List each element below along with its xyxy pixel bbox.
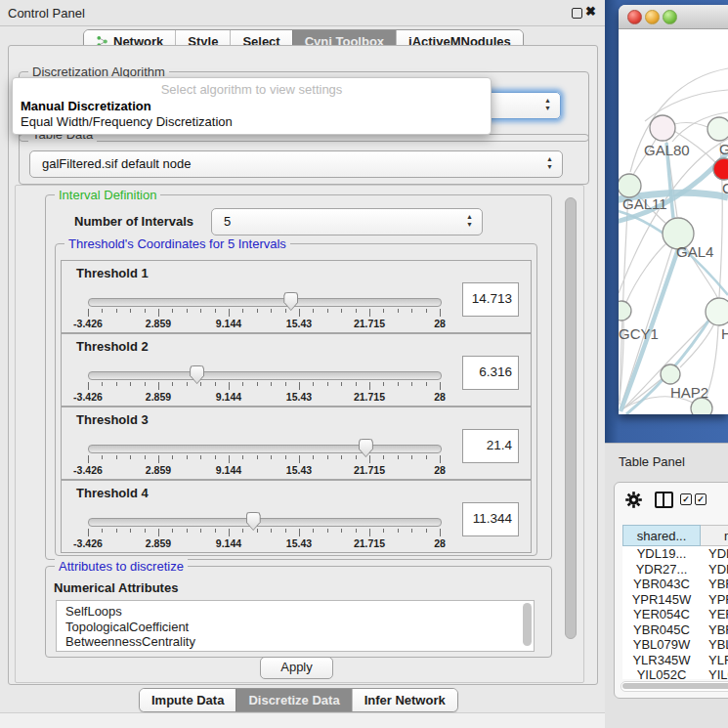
threshold-label: Threshold 2 [76,339,149,354]
tick-label: 28 [434,318,446,329]
threshold-value-field[interactable]: 21.4 [462,429,519,463]
attribute-item[interactable]: TopologicalCoefficient [57,620,534,635]
network-node[interactable] [619,301,631,321]
network-node[interactable] [661,364,680,384]
tick-label: 2.859 [146,464,171,476]
group-title: Threshold's Coordinates for 5 Intervals [64,236,290,251]
zoom-traffic-light[interactable] [663,10,677,24]
float-window-icon[interactable] [572,8,582,19]
threshold-value-field[interactable]: 14.713 [462,282,519,317]
tick-label: -3.426 [73,464,103,476]
threshold-label: Threshold 4 [76,486,149,500]
threshold-slider[interactable]: -3.4262.8599.14415.4321.71528 [88,367,440,403]
horizontal-scrollbar[interactable] [621,681,728,692]
slider-track[interactable] [88,518,442,527]
panel-scrollbar[interactable] [565,193,576,676]
cell-shared-name: YBR043C [622,577,701,591]
table-row[interactable]: YBR043CYBR0 [622,577,728,592]
bottom-tab-bar: Impute DataDiscretize DataInfer Network [139,688,458,712]
node-label: HAP2 [670,384,708,401]
threshold-slider[interactable]: -3.4262.8599.14415.4321.71528 [88,514,440,549]
close-traffic-light[interactable] [627,10,642,24]
threshold-slider[interactable]: -3.4262.8599.14415.4321.71528 [88,441,440,476]
threshold-value-field[interactable]: 11.344 [462,502,519,536]
close-icon[interactable]: ✖ [585,4,596,19]
threshold-row-1: Threshold 1-3.4262.8599.14415.4321.71528… [61,260,532,333]
threshold-row-2: Threshold 2-3.4262.8599.14415.4321.71528… [61,333,532,407]
network-window-titlebar[interactable] [619,5,728,29]
group-title: Attributes to discretize [55,559,188,574]
slider-tick-labels: -3.4262.8599.14415.4321.71528 [88,537,440,549]
threshold-slider[interactable]: -3.4262.8599.14415.4321.71528 [88,294,440,329]
node-label: H [721,325,728,342]
checkbox-checked-icon[interactable]: ✓ [680,493,692,505]
application-window: Control Panel ✖ NetworkStyleSelectCyni T… [0,0,728,728]
slider-track[interactable] [88,371,442,380]
slider-track[interactable] [88,445,442,453]
table-data-selected-value: galFiltered.sif default node [42,156,191,171]
network-canvas[interactable]: GAL80GACGAL11GAL4GCY1HHAP2 [619,28,728,414]
scrollbar-thumb[interactable] [622,683,728,689]
network-view-window: GAL80GACGAL11GAL4GCY1HHAP2 [619,5,728,414]
checkbox-checked-icon[interactable]: ✓ [695,493,707,505]
stepper-arrows-icon: ▲▼ [544,97,551,112]
table-row[interactable]: YPR145WYPR1 [622,592,728,608]
scrollbar-thumb[interactable] [565,197,577,639]
tick-label: 2.859 [146,537,171,549]
table-row[interactable]: YLR345WYLR3 [622,653,728,668]
tick-label: 9.144 [216,318,241,329]
network-node[interactable] [707,117,728,141]
column-header-name[interactable]: n [701,525,728,546]
network-node[interactable] [619,174,641,197]
apply-button[interactable]: Apply [260,657,333,679]
cell-shared-name: YER054C [622,607,701,621]
table-data-select[interactable]: galFiltered.sif default node ▲▼ [29,150,563,178]
network-node[interactable] [713,158,728,180]
settings-gear-icon[interactable] [625,492,642,508]
table-row[interactable]: YIL052CYIL0 [622,667,728,679]
node-label: GA [719,141,728,157]
attribute-item[interactable]: BetweennessCentrality [57,634,534,650]
popup-option-equal-width-frequency[interactable]: Equal Width/Frequency Discretization [21,114,233,129]
table-row[interactable]: YBL079WYBL0 [622,637,728,653]
threshold-value-field[interactable]: 6.316 [462,356,519,390]
cell-name: YDL1 [708,546,728,561]
minimize-traffic-light[interactable] [645,10,660,24]
number-of-intervals-select[interactable]: 5 ▲▼ [211,208,483,236]
stepper-arrows-icon: ▲▼ [546,155,553,171]
slider-thumb-face [360,440,372,456]
popup-option-manual-discretization[interactable]: Manual Discretization [21,99,151,113]
slider-thumb-face [247,513,260,530]
attribute-item[interactable]: SelfLoops [57,601,534,620]
network-node[interactable] [706,298,728,325]
network-node[interactable] [650,115,675,141]
list-scrollbar[interactable] [523,603,532,646]
table-row[interactable]: YBR045CYBR0 [622,622,728,638]
split-panel-icon[interactable] [655,492,673,508]
cell-shared-name: YPR145W [622,592,701,607]
tab-infer-network[interactable]: Infer Network [352,689,457,711]
cell-name: YER0 [708,607,728,621]
intervals-value: 5 [224,214,231,229]
panel-title: Control Panel [8,6,85,21]
tab-impute-data[interactable]: Impute Data [140,689,236,711]
tick-label: -3.426 [73,318,103,329]
tick-label: 28 [434,391,446,403]
table-row[interactable]: YDR27...YDR2 [622,562,728,578]
cell-name: YIL0 [708,667,728,679]
threshold-row-3: Threshold 3-3.4262.8599.14415.4321.71528… [61,407,532,480]
node-label: GAL4 [676,243,713,260]
slider-thumb-face [191,366,203,383]
tick-label: 21.715 [354,391,385,403]
stepper-arrows-icon: ▲▼ [466,213,473,229]
table-row[interactable]: YER054CYER0 [622,607,728,622]
tab-discretize-data[interactable]: Discretize Data [236,689,351,711]
tick-label: 9.144 [216,537,241,549]
column-header-shared-name[interactable]: shared... [622,525,701,546]
slider-track[interactable] [88,298,442,307]
table-row[interactable]: YDL19...YDL1 [622,546,728,562]
tick-label: 21.715 [354,464,385,476]
control-panel-titlebar: Control Panel ✖ [0,0,605,26]
tab-label: Discretize Data [248,693,339,707]
numerical-attributes-list[interactable]: SelfLoopsTopologicalCoefficientBetweenne… [56,600,535,652]
